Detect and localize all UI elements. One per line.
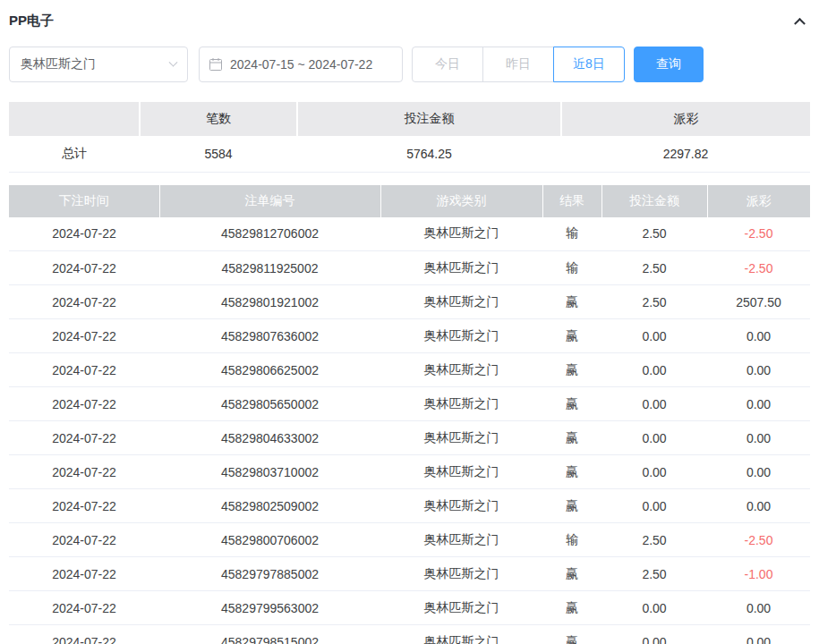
bet-amount-cell: 0.00 [601, 455, 707, 489]
filter-bar: 奥林匹斯之门 2024-07-15 ~ 2024-07-22 今日 昨日 近8日… [9, 47, 810, 82]
result-cell: 赢 [542, 387, 601, 421]
table-row: 2024-07-2245829805650002奥林匹斯之门赢0.000.00 [9, 387, 810, 421]
bet-time-cell: 2024-07-22 [9, 421, 159, 455]
table-row: 2024-07-2245829804633002奥林匹斯之门赢0.000.00 [9, 421, 810, 455]
bet-amount-cell: 0.00 [601, 387, 707, 421]
bet-amount-cell: 0.00 [601, 421, 707, 455]
game-category-cell: 奥林匹斯之门 [380, 319, 542, 353]
collapse-button[interactable] [789, 10, 810, 31]
game-category-cell: 奥林匹斯之门 [380, 557, 542, 591]
table-row: 2024-07-2245829799563002奥林匹斯之门赢0.000.00 [9, 591, 810, 625]
header-bet-time: 下注时间 [9, 185, 159, 217]
bet-amount-cell: 2.50 [601, 523, 707, 557]
yesterday-button[interactable]: 昨日 [482, 47, 554, 82]
game-category-cell: 奥林匹斯之门 [380, 489, 542, 523]
query-button[interactable]: 查询 [634, 47, 704, 82]
chevron-up-icon [794, 17, 806, 29]
today-button[interactable]: 今日 [412, 47, 483, 82]
bet-id-cell: 45829807636002 [159, 319, 380, 353]
payout-cell: 0.00 [707, 421, 810, 455]
table-row: 2024-07-2245829811925002奥林匹斯之门输2.50-2.50 [9, 251, 810, 285]
summary-header-count: 笔数 [140, 102, 297, 136]
result-cell: 赢 [542, 353, 601, 387]
result-cell: 输 [542, 523, 601, 557]
bet-amount-cell: 0.00 [601, 489, 707, 523]
payout-cell: 2507.50 [707, 285, 810, 319]
result-cell: 赢 [542, 557, 601, 591]
game-category-cell: 奥林匹斯之门 [380, 251, 542, 285]
table-row: 2024-07-2245829800706002奥林匹斯之门输2.50-2.50 [9, 523, 810, 557]
chevron-down-icon [169, 57, 178, 66]
table-row: 2024-07-2245829801921002奥林匹斯之门赢2.502507.… [9, 285, 810, 319]
bet-table-body: 2024-07-2245829812706002奥林匹斯之门输2.50-2.50… [9, 217, 810, 644]
panel-header: PP电子 [9, 9, 810, 32]
pp-electronic-panel: PP电子 奥林匹斯之门 2024-07-15 ~ 2024-07-22 今日 昨… [0, 0, 819, 644]
payout-cell: -1.00 [707, 557, 810, 591]
summary-bet-amount-value: 5764.25 [297, 136, 561, 172]
game-category-cell: 奥林匹斯之门 [380, 625, 542, 644]
game-category-cell: 奥林匹斯之门 [380, 523, 542, 557]
payout-cell: 0.00 [707, 387, 810, 421]
summary-total-row: 总计 5584 5764.25 2297.82 [9, 136, 810, 172]
summary-count-value: 5584 [140, 136, 297, 172]
summary-header-empty [9, 102, 140, 136]
bet-id-cell: 45829804633002 [159, 421, 380, 455]
bet-id-cell: 45829811925002 [159, 251, 380, 285]
calendar-icon [209, 57, 223, 72]
payout-cell: -2.50 [707, 251, 810, 285]
bet-id-cell: 45829812706002 [159, 217, 380, 251]
header-result: 结果 [542, 185, 601, 217]
summary-table: 笔数 投注金额 派彩 总计 5584 5764.25 2297.82 [9, 102, 810, 173]
bet-time-cell: 2024-07-22 [9, 455, 159, 489]
table-row: 2024-07-2245829802509002奥林匹斯之门赢0.000.00 [9, 489, 810, 523]
table-row: 2024-07-2245829803710002奥林匹斯之门赢0.000.00 [9, 455, 810, 489]
payout-cell: 0.00 [707, 489, 810, 523]
last-8-days-button[interactable]: 近8日 [553, 47, 625, 82]
bet-id-cell: 45829798515002 [159, 625, 380, 644]
summary-header-row: 笔数 投注金额 派彩 [9, 102, 810, 136]
result-cell: 赢 [542, 489, 601, 523]
payout-cell: 0.00 [707, 625, 810, 644]
result-cell: 赢 [542, 421, 601, 455]
table-row: 2024-07-2245829806625002奥林匹斯之门赢0.000.00 [9, 353, 810, 387]
result-cell: 赢 [542, 285, 601, 319]
game-category-cell: 奥林匹斯之门 [380, 217, 542, 251]
bet-id-cell: 45829801921002 [159, 285, 380, 319]
bet-time-cell: 2024-07-22 [9, 217, 159, 251]
header-payout: 派彩 [707, 185, 810, 217]
game-category-cell: 奥林匹斯之门 [380, 285, 542, 319]
bet-time-cell: 2024-07-22 [9, 489, 159, 523]
game-select-value: 奥林匹斯之门 [21, 56, 96, 72]
payout-cell: 0.00 [707, 455, 810, 489]
table-row: 2024-07-2245829812706002奥林匹斯之门输2.50-2.50 [9, 217, 810, 251]
game-category-cell: 奥林匹斯之门 [380, 455, 542, 489]
bet-amount-cell: 0.00 [601, 625, 707, 644]
game-category-cell: 奥林匹斯之门 [380, 387, 542, 421]
bet-time-cell: 2024-07-22 [9, 625, 159, 644]
date-range-value: 2024-07-15 ~ 2024-07-22 [230, 57, 372, 72]
bet-amount-cell: 0.00 [601, 353, 707, 387]
game-category-cell: 奥林匹斯之门 [380, 591, 542, 625]
bet-table-header-row: 下注时间 注单编号 游戏类别 结果 投注金额 派彩 [9, 185, 810, 217]
summary-header-bet-amount: 投注金额 [297, 102, 561, 136]
result-cell: 输 [542, 217, 601, 251]
header-bet-id: 注单编号 [159, 185, 380, 217]
quick-range-group: 今日 昨日 近8日 [412, 47, 625, 82]
bet-id-cell: 45829802509002 [159, 489, 380, 523]
bet-amount-cell: 0.00 [601, 591, 707, 625]
game-select[interactable]: 奥林匹斯之门 [9, 47, 188, 82]
payout-cell: -2.50 [707, 217, 810, 251]
bet-time-cell: 2024-07-22 [9, 591, 159, 625]
bet-amount-cell: 2.50 [601, 217, 707, 251]
payout-cell: 0.00 [707, 319, 810, 353]
bet-amount-cell: 2.50 [601, 251, 707, 285]
bet-time-cell: 2024-07-22 [9, 557, 159, 591]
table-row: 2024-07-2245829798515002奥林匹斯之门赢0.000.00 [9, 625, 810, 644]
payout-cell: 0.00 [707, 353, 810, 387]
date-range-input[interactable]: 2024-07-15 ~ 2024-07-22 [199, 47, 403, 82]
result-cell: 赢 [542, 625, 601, 644]
summary-total-label: 总计 [9, 136, 140, 172]
header-game-category: 游戏类别 [380, 185, 542, 217]
result-cell: 赢 [542, 319, 601, 353]
bet-amount-cell: 0.00 [601, 319, 707, 353]
